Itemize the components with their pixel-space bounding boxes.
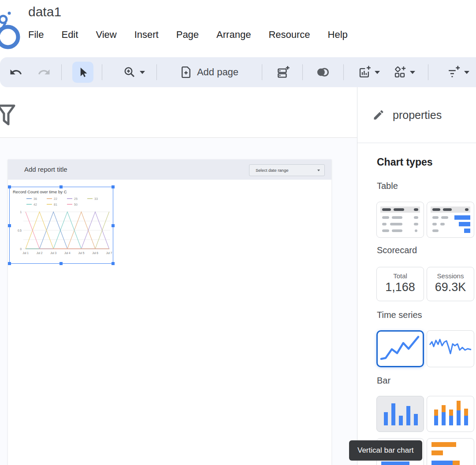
chevron-down-icon — [375, 71, 380, 74]
redo-icon — [37, 66, 51, 79]
blend-data-button[interactable] — [312, 57, 333, 87]
svg-text:22: 22 — [54, 197, 57, 200]
scorecard-label: Sessions — [427, 272, 474, 280]
add-chart-icon — [358, 66, 371, 79]
resize-handle[interactable] — [60, 262, 63, 265]
table-chart-thumbnail[interactable] — [376, 202, 424, 238]
toolbar: Add page — [0, 57, 476, 87]
looker-studio-logo-icon — [0, 11, 26, 51]
menu-resource[interactable]: Resource — [268, 29, 310, 41]
add-page-button[interactable]: Add page — [170, 57, 248, 87]
menubar: File Edit View Insert Page Arrange Resou… — [28, 29, 348, 41]
svg-text:Jul 3: Jul 3 — [50, 251, 56, 255]
vertical-bar-chart-thumbnail[interactable] — [376, 396, 424, 432]
sparkline-thumbnail[interactable] — [427, 330, 474, 367]
scorecard-value: 1,168 — [377, 280, 424, 294]
menu-edit[interactable]: Edit — [61, 29, 78, 41]
svg-text:Jul 6: Jul 6 — [92, 251, 98, 255]
table-with-bars-thumbnail[interactable] — [427, 202, 474, 238]
svg-text:Jul 5: Jul 5 — [78, 251, 85, 255]
add-page-icon — [179, 66, 193, 79]
chevron-down-icon — [140, 71, 145, 74]
svg-text:Jul 7: Jul 7 — [106, 251, 112, 255]
menu-view[interactable]: View — [96, 29, 116, 41]
svg-text:Record Count over time by C: Record Count over time by C — [13, 189, 67, 194]
svg-text:Jul 1: Jul 1 — [22, 251, 29, 255]
properties-panel: properties Chart types Table Scorecard — [357, 87, 476, 465]
time-series-thumbnail-selected[interactable] — [376, 330, 424, 367]
add-data-icon — [276, 65, 290, 79]
zoom-tool-button[interactable] — [115, 57, 152, 87]
resize-handle[interactable] — [112, 185, 115, 188]
date-range-control[interactable]: Select date range — [249, 164, 325, 176]
menu-insert[interactable]: Insert — [134, 29, 159, 41]
cursor-icon — [77, 66, 89, 78]
group-label-bar: Bar — [377, 376, 390, 386]
report-canvas[interactable]: Add report title Select date range Recor… — [0, 138, 357, 465]
menu-file[interactable]: File — [28, 29, 44, 41]
chevron-down-icon — [410, 71, 415, 74]
pencil-icon — [372, 109, 385, 121]
group-label-scorecard: Scorecard — [377, 245, 417, 255]
add-control-button[interactable] — [390, 57, 419, 87]
toolbar-divider — [102, 64, 102, 80]
toolbar-divider — [262, 64, 262, 80]
time-series-chart-element[interactable]: Record Count over time by C00.51Jul 1Jul… — [10, 187, 113, 263]
group-label-time-series: Time series — [377, 310, 422, 320]
undo-icon — [9, 66, 22, 79]
funnel-icon — [0, 103, 16, 129]
undo-button[interactable] — [6, 57, 26, 87]
add-filter-button[interactable] — [441, 57, 476, 87]
svg-text:50: 50 — [74, 203, 78, 206]
blend-icon — [315, 66, 330, 79]
toolbar-divider — [302, 64, 303, 80]
scorecard-compact-thumbnail[interactable]: Sessions 69.3K — [427, 267, 474, 301]
filter-bar: + Add quick filter Reset — [0, 87, 357, 137]
add-filter-icon — [447, 66, 461, 79]
menu-page[interactable]: Page — [176, 29, 199, 41]
resize-handle[interactable] — [8, 262, 11, 265]
scorecard-value: 69.3K — [427, 280, 474, 294]
add-page-label: Add page — [197, 66, 238, 78]
tooltip: Vertical bar chart — [349, 440, 422, 461]
scorecard-label: Total — [377, 272, 424, 280]
report-page[interactable]: Add report title Select date range Recor… — [8, 159, 331, 465]
add-data-button[interactable] — [272, 57, 294, 87]
svg-text:0: 0 — [20, 247, 22, 251]
toolbar-divider — [428, 64, 428, 80]
menu-arrange[interactable]: Arrange — [216, 29, 251, 41]
redo-button[interactable] — [34, 57, 54, 87]
resize-handle[interactable] — [8, 224, 11, 227]
add-chart-button[interactable] — [354, 57, 383, 87]
date-range-label: Select date range — [256, 168, 317, 173]
report-title-placeholder[interactable]: Add report title — [24, 166, 67, 173]
resize-handle[interactable] — [8, 185, 11, 188]
document-title[interactable]: data1 — [28, 4, 61, 19]
svg-text:42: 42 — [33, 203, 37, 206]
zoom-icon — [123, 66, 136, 79]
mini-line-chart: Record Count over time by C00.51Jul 1Jul… — [10, 187, 113, 262]
svg-text:36: 36 — [33, 197, 37, 200]
horizontal-stacked-bar-thumbnail[interactable] — [427, 438, 474, 465]
svg-text:1: 1 — [20, 210, 22, 214]
chart-types-title: Chart types — [377, 156, 433, 168]
svg-text:25: 25 — [74, 197, 78, 200]
svg-text:0.5: 0.5 — [18, 229, 22, 232]
properties-header: properties — [357, 87, 476, 143]
svg-text:33: 33 — [94, 197, 98, 200]
report-header-bar: Add report title Select date range — [8, 159, 331, 180]
resize-handle[interactable] — [112, 262, 115, 265]
svg-text:Jul 2: Jul 2 — [37, 251, 43, 255]
menu-help[interactable]: Help — [328, 29, 348, 41]
stacked-bar-chart-thumbnail[interactable] — [427, 396, 474, 432]
scorecard-thumbnail[interactable]: Total 1,168 — [376, 267, 424, 301]
chevron-down-icon — [464, 71, 469, 74]
toolbar-divider — [343, 64, 344, 80]
toolbar-divider — [61, 64, 62, 80]
svg-text:Jul 4: Jul 4 — [64, 251, 71, 255]
resize-handle[interactable] — [60, 185, 63, 188]
select-tool-button[interactable] — [72, 62, 93, 83]
properties-label: properties — [393, 109, 442, 122]
looker-studio-app: data1 File Edit View Insert Page Arrange… — [0, 0, 476, 465]
resize-handle[interactable] — [112, 224, 115, 227]
